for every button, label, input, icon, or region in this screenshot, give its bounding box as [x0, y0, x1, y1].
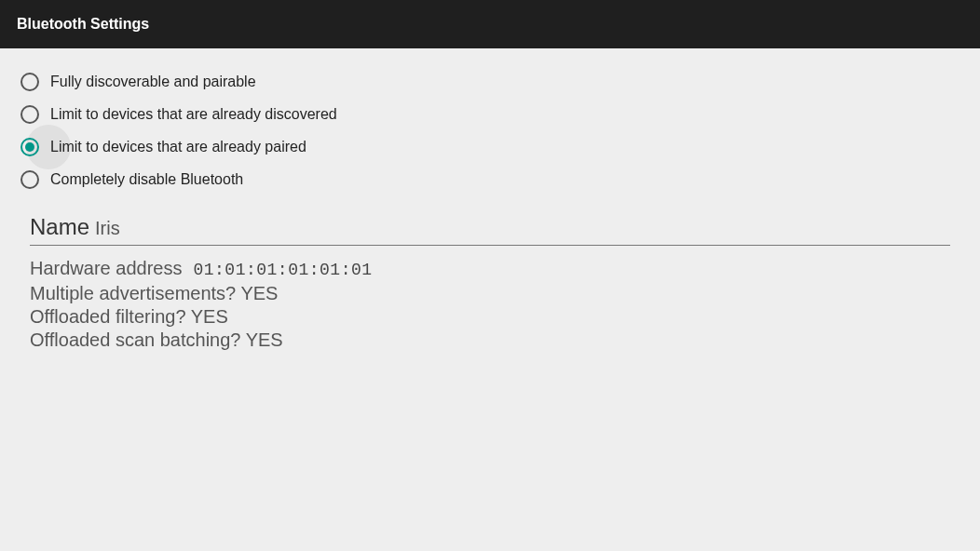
radio-label: Limit to devices that are already discov… [50, 106, 337, 123]
radio-button-icon [20, 73, 39, 91]
name-input[interactable] [95, 216, 950, 241]
page-title: Bluetooth Settings [17, 16, 149, 33]
radio-label: Limit to devices that are already paired [50, 139, 306, 155]
radio-button-icon [20, 105, 39, 124]
radio-limit-paired[interactable]: Limit to devices that are already paired [20, 130, 960, 163]
hardware-address-value: 01:01:01:01:01:01 [193, 261, 372, 281]
content-area: Fully discoverable and pairable Limit to… [0, 48, 980, 351]
multiple-ads-line: Multiple advertisements? YES [30, 282, 950, 304]
appbar: Bluetooth Settings [0, 0, 980, 48]
bluetooth-mode-radio-group: Fully discoverable and pairable Limit to… [0, 48, 980, 203]
offloaded-filtering-line: Offloaded filtering? YES [30, 305, 950, 328]
hardware-address-label: Hardware address [30, 257, 182, 279]
name-field-row: Name [30, 214, 950, 246]
name-label: Name [30, 214, 89, 240]
hardware-address-line: Hardware address 01:01:01:01:01:01 [30, 257, 950, 281]
details-section: Name Hardware address 01:01:01:01:01:01 … [0, 203, 980, 351]
radio-disable-bluetooth[interactable]: Completely disable Bluetooth [20, 163, 960, 195]
offloaded-scan-batching-line: Offloaded scan batching? YES [30, 329, 950, 351]
radio-limit-discovered[interactable]: Limit to devices that are already discov… [20, 98, 960, 130]
radio-button-icon [20, 170, 39, 189]
radio-button-icon [20, 138, 39, 156]
radio-fully-discoverable[interactable]: Fully discoverable and pairable [20, 65, 960, 98]
radio-label: Completely disable Bluetooth [50, 171, 243, 188]
radio-label: Fully discoverable and pairable [50, 74, 256, 90]
